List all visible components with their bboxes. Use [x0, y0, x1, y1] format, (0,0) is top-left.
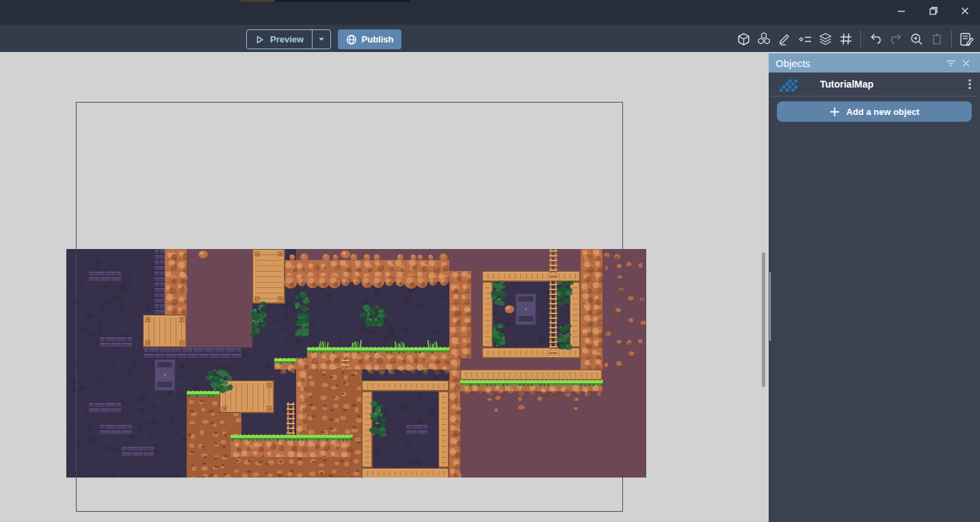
redo-icon: [889, 32, 903, 47]
preview-label: Preview: [270, 34, 304, 44]
objects-panel-header[interactable]: Objects: [769, 53, 980, 73]
panel-scrollbar[interactable]: [769, 272, 771, 341]
zoom-in-icon: [910, 32, 924, 47]
pen-icon: [778, 32, 791, 46]
close-panel-button[interactable]: [958, 55, 973, 70]
instances-list-button[interactable]: [797, 30, 813, 48]
delete-button[interactable]: [929, 30, 945, 48]
filter-objects-button[interactable]: [943, 55, 958, 70]
close-icon: [962, 59, 970, 68]
toolbar-icon-group: [735, 29, 975, 49]
minimize-icon: [897, 6, 906, 16]
filter-icon: [946, 59, 956, 68]
tilemap-instance[interactable]: [66, 249, 646, 478]
plus-icon: [830, 107, 840, 117]
object-list-item[interactable]: TutorialMap: [769, 73, 980, 96]
trash-icon: [930, 32, 944, 46]
object-menu-button[interactable]: [959, 74, 980, 94]
edit-scene-button[interactable]: [958, 30, 975, 48]
chevron-down-icon: [318, 37, 325, 42]
minimize-button[interactable]: [891, 2, 912, 20]
undo-icon: [869, 32, 883, 47]
layers-icon: [818, 31, 833, 47]
publish-label: Publish: [362, 34, 394, 44]
edit-scene-icon: [959, 31, 975, 47]
titlebar-top-strip-accent: [241, 0, 275, 2]
undo-button[interactable]: [867, 30, 884, 48]
zoom-button[interactable]: [908, 30, 925, 48]
grid-icon: [839, 32, 853, 46]
toolbar: Preview Publish: [0, 25, 980, 52]
object-groups-button[interactable]: [756, 30, 772, 48]
objects-panel-button[interactable]: [735, 30, 752, 48]
object-name: TutorialMap: [820, 79, 959, 90]
box-icon: [737, 32, 751, 47]
preview-button-main[interactable]: Preview: [247, 30, 312, 49]
list-divider: [771, 96, 977, 96]
titlebar: [0, 0, 980, 25]
restore-button[interactable]: [923, 2, 944, 20]
preview-dropdown-button[interactable]: [312, 30, 330, 49]
close-window-button[interactable]: [955, 2, 975, 20]
draw-button[interactable]: [776, 30, 793, 48]
layers-button[interactable]: [817, 30, 834, 48]
add-object-label: Add a new object: [847, 107, 920, 117]
instances-list-icon: [798, 32, 812, 47]
globe-icon: [346, 34, 357, 45]
restore-icon: [929, 6, 938, 16]
redo-button[interactable]: [888, 30, 904, 48]
play-icon: [255, 35, 265, 44]
toolbar-separator: [860, 30, 861, 48]
close-window-icon: [960, 6, 970, 16]
object-groups-icon: [756, 31, 771, 47]
toolbar-separator: [951, 30, 952, 48]
kebab-menu-icon: [968, 79, 971, 90]
preview-button[interactable]: Preview: [246, 29, 331, 49]
add-object-button[interactable]: Add a new object: [777, 101, 972, 122]
grid-button[interactable]: [838, 30, 854, 48]
canvas-vertical-scrollbar[interactable]: [762, 252, 765, 387]
objects-panel: Objects TutorialMap: [769, 53, 980, 522]
objects-panel-title: Objects: [776, 57, 943, 69]
tilemap-thumbnail-icon: [780, 77, 797, 92]
publish-button[interactable]: Publish: [338, 29, 401, 49]
